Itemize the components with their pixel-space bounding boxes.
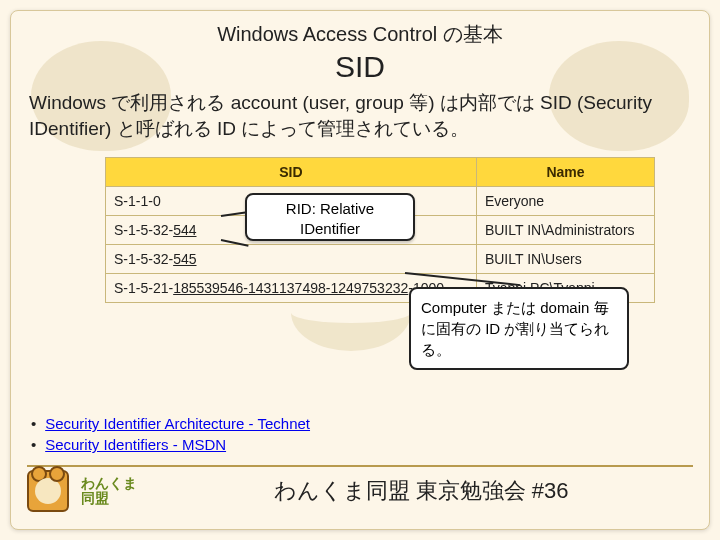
- footer-divider: [27, 465, 693, 467]
- cell-name: BUILT IN\Administrators: [476, 216, 654, 245]
- list-item: • Security Identifier Architecture - Tec…: [31, 415, 695, 432]
- brand-name: わんくま 同盟: [81, 476, 137, 507]
- col-header-sid: SID: [106, 158, 477, 187]
- pre-title: Windows Access Control の基本: [25, 21, 695, 48]
- sid-table-wrap: SID Name S-1-1-0 Everyone S-1-5-32-544 B…: [105, 157, 655, 303]
- wankuma-logo-icon: [27, 470, 69, 512]
- footer: わんくま 同盟 わんくま同盟 東京勉強会 #36: [11, 465, 709, 517]
- rid-callout-line: RID: Relative: [253, 199, 407, 219]
- page-title: SID: [25, 50, 695, 84]
- reference-links: • Security Identifier Architecture - Tec…: [25, 415, 695, 453]
- slide-frame: Windows Access Control の基本 SID Windows で…: [10, 10, 710, 530]
- cell-sid: S-1-5-32-545: [106, 245, 477, 274]
- description-text: Windows で利用される account (user, group 等) は…: [25, 90, 695, 141]
- rid-callout: RID: Relative IDentifier: [245, 193, 415, 241]
- ref-link[interactable]: Security Identifiers - MSDN: [45, 436, 226, 453]
- cell-name: Everyone: [476, 187, 654, 216]
- domain-id-note: Computer または domain 毎に固有の ID が割り当てられる。: [409, 287, 629, 370]
- ref-link[interactable]: Security Identifier Architecture - Techn…: [45, 415, 310, 432]
- col-header-name: Name: [476, 158, 654, 187]
- cell-name: BUILT IN\Users: [476, 245, 654, 274]
- rid-callout-line: IDentifier: [253, 219, 407, 239]
- list-item: • Security Identifiers - MSDN: [31, 436, 695, 453]
- footer-title: わんくま同盟 東京勉強会 #36: [149, 476, 693, 506]
- table-row: S-1-5-32-545 BUILT IN\Users: [106, 245, 655, 274]
